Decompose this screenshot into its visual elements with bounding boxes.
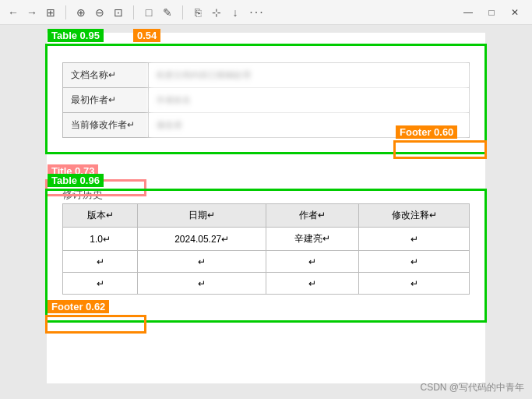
window-controls: — □ ✕ [457,2,526,23]
cursor-button[interactable]: ⊹ [210,5,224,19]
cell-date1: 2024.05.27↵ [138,228,266,251]
separator1 [65,5,66,19]
cell-notes3: ↵ [359,273,470,295]
cell-author3: ↵ [266,273,359,295]
grid-button[interactable]: ⊞ [44,5,58,19]
download-button[interactable]: ↓ [228,5,242,19]
table-row: ↵ ↵ ↵ ↵ [63,251,470,273]
cell-version3: ↵ [63,273,138,295]
cell-version2: ↵ [63,251,138,273]
section2-title: 修订历史 [62,188,470,202]
label-cell-modifier: 当前修改作者↵ [63,113,149,138]
properties-table: 文档名称↵ 机密文档内容已模糊处理 最初作者↵ 作者姓名 当前修改作者↵ 修改者 [62,62,470,138]
col-author: 作者↵ [266,204,359,228]
value-cell-modifier: 修改者 [149,113,470,138]
separator2 [133,5,134,19]
col-date: 日期↵ [138,204,266,228]
minimize-button[interactable]: — [457,2,479,23]
version-table: 版本↵ 日期↵ 作者↵ 修改注释↵ 1.0↵ 2024.05.27↵ 辛建亮↵ … [62,203,470,295]
cell-date2: ↵ [138,251,266,273]
page-footer: CSDN @写代码的中青年 [420,381,524,394]
cell-author1: 辛建亮↵ [266,228,359,251]
separator3 [182,5,183,19]
cell-version1: 1.0↵ [63,228,138,251]
cell-author2: ↵ [266,251,359,273]
table-header-row: 版本↵ 日期↵ 作者↵ 修改注释↵ [63,204,470,228]
view-button[interactable]: □ [142,5,156,19]
document-area: 文档名称↵ 机密文档内容已模糊处理 最初作者↵ 作者姓名 当前修改作者↵ 修改者 [47,33,485,383]
restore-button[interactable]: □ [481,2,502,23]
col-version: 版本↵ [63,204,138,228]
table-row: 当前修改作者↵ 修改者 [63,113,470,138]
close-button[interactable]: ✕ [504,2,526,23]
label-cell-docname: 文档名称↵ [63,63,149,88]
section2: 修订历史 版本↵ 日期↵ 作者↵ 修改注释↵ 1.0↵ 2024.05.27↵ … [62,188,470,295]
value-cell-docname: 机密文档内容已模糊处理 [149,63,470,88]
cell-date3: ↵ [138,273,266,295]
value-cell-author: 作者姓名 [149,88,470,113]
table-row: 1.0↵ 2024.05.27↵ 辛建亮↵ ↵ [63,228,470,251]
cell-notes1: ↵ [359,228,470,251]
section1: 文档名称↵ 机密文档内容已模糊处理 最初作者↵ 作者姓名 当前修改作者↵ 修改者 [62,62,470,138]
gap1 [62,157,470,180]
back-button[interactable]: ← [6,5,20,19]
forward-button[interactable]: → [25,5,39,19]
edit-button[interactable]: ✎ [160,5,174,19]
table-row: 文档名称↵ 机密文档内容已模糊处理 [63,63,470,88]
table-row: ↵ ↵ ↵ ↵ [63,273,470,295]
main-content: 文档名称↵ 机密文档内容已模糊处理 最初作者↵ 作者姓名 当前修改作者↵ 修改者 [0,25,532,399]
zoom-out-button[interactable]: ⊖ [93,5,107,19]
title-bar: ← → ⊞ ⊕ ⊖ ⊡ □ ✎ ⎘ ⊹ ↓ ··· — □ ✕ [0,0,532,25]
fit-button[interactable]: ⊡ [111,5,125,19]
label-cell-author: 最初作者↵ [63,88,149,113]
table-row: 最初作者↵ 作者姓名 [63,88,470,113]
cell-notes2: ↵ [359,251,470,273]
more-button[interactable]: ··· [250,5,264,19]
col-notes: 修改注释↵ [359,204,470,228]
zoom-in-button[interactable]: ⊕ [74,5,88,19]
link-button[interactable]: ⎘ [191,5,205,19]
